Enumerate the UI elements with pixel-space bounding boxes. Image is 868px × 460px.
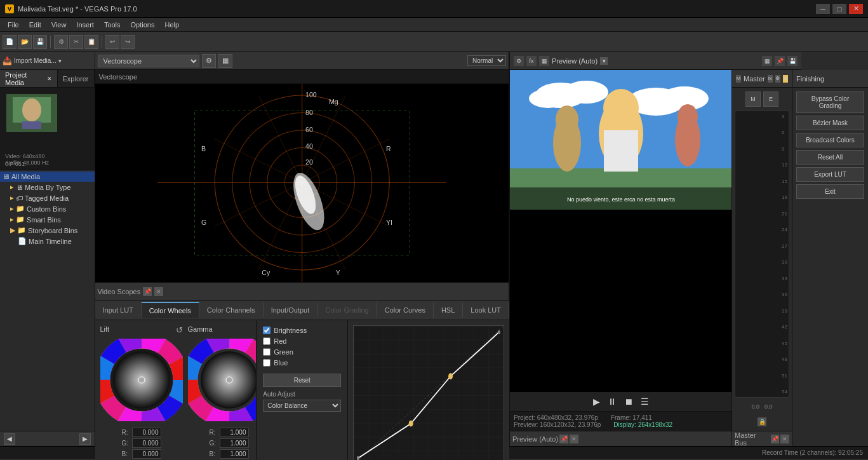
green-checkbox[interactable] [263, 348, 270, 356]
brightness-checkbox[interactable] [263, 327, 270, 334]
scope-mode-dropdown[interactable]: Normal Log [467, 55, 506, 66]
master-eq-button[interactable]: M [745, 91, 761, 107]
tab-hsl[interactable]: HSL [434, 302, 463, 318]
scopes-close-button[interactable]: ✕ [154, 287, 163, 296]
preview-snap-button[interactable]: 📌 [775, 56, 785, 66]
menu-edit[interactable]: Edit [24, 20, 46, 30]
curves-canvas[interactable] [353, 325, 504, 460]
maximize-button[interactable]: □ [832, 4, 846, 14]
red-checkbox[interactable] [263, 337, 270, 345]
tab-look-lut[interactable]: Look LUT [463, 302, 509, 318]
paste-button[interactable]: 📋 [84, 35, 98, 49]
bypass-color-grading-button[interactable]: Bypass Color Grading [796, 91, 864, 113]
fx-icon[interactable]: fx [768, 75, 773, 83]
master-bus-close[interactable]: ✕ [780, 435, 789, 443]
settings-button[interactable]: ⚙ [54, 35, 68, 49]
tab-input-output[interactable]: Input/Output [264, 302, 318, 318]
lift-wheel[interactable] [100, 339, 183, 421]
tree-tagged-media[interactable]: ▸ 🏷 Tagged Media [0, 193, 95, 203]
tree-main-timeline[interactable]: 📄 Main Timeline [0, 236, 95, 247]
menu-view[interactable]: View [46, 20, 72, 30]
tab-explorer[interactable]: Explorer [58, 70, 95, 87]
export-lut-button[interactable]: Export LUT [796, 167, 864, 182]
master-bus-pin[interactable]: 📌 [771, 435, 780, 443]
tab-project-media[interactable]: Project Media ✕ [0, 70, 58, 87]
menu-file[interactable]: File [3, 20, 24, 30]
tree-all-media[interactable]: 🖥 All Media [0, 172, 95, 182]
preview-grid-button[interactable]: ▦ [762, 56, 772, 66]
save-button[interactable]: 💾 [33, 35, 47, 49]
svg-text:60: 60 [305, 126, 313, 133]
pause-button[interactable]: ⏸ [608, 396, 617, 407]
minimize-button[interactable]: ─ [816, 4, 830, 14]
lift-reset-icon[interactable]: ↺ [176, 325, 183, 335]
menu-help[interactable]: Help [159, 20, 184, 30]
scopes-pin-button[interactable]: 📌 [143, 287, 152, 296]
close-button[interactable]: ✕ [849, 4, 863, 14]
master-lock-button[interactable]: 🔒 [758, 417, 766, 426]
blue-checkbox[interactable] [263, 359, 270, 367]
preview-settings-button[interactable]: ⚙ [514, 56, 524, 66]
tree-smart-bins[interactable]: ▸ 📁 Smart Bins [0, 214, 95, 225]
tree-prev-button[interactable]: ◀ [4, 433, 15, 445]
tree-media-by-type[interactable]: ▸ 🖥 Media By Type [0, 182, 95, 193]
reset-all-button[interactable]: Reset All [796, 150, 864, 165]
lift-b-input[interactable] [132, 449, 161, 459]
master-icon[interactable]: M [736, 75, 741, 83]
open-button[interactable]: 📂 [18, 35, 32, 49]
vectorscope-label: Vectorscope [99, 73, 138, 81]
gamma-wheel[interactable] [188, 339, 257, 421]
video-preview-pin[interactable]: 📌 [559, 435, 568, 443]
custom-bins-icon: ▸ [10, 205, 14, 213]
play-button[interactable]: ▶ [593, 396, 600, 407]
bezier-mask-button[interactable]: Bézier Mask [796, 116, 864, 130]
master-bus-panel: M Master fx ⚙ $ M E [731, 70, 792, 446]
video-preview-close[interactable]: ✕ [570, 435, 578, 443]
exit-button[interactable]: Exit [796, 184, 864, 199]
menu-insert[interactable]: Insert [71, 20, 99, 30]
master-bus-tab-label: Master Bus [735, 431, 770, 447]
preview-fx-button[interactable]: fx [526, 56, 537, 66]
menu-button[interactable]: ☰ [641, 396, 649, 407]
tab-color-curves[interactable]: Color Curves [377, 302, 434, 318]
svg-point-93 [564, 81, 608, 104]
auto-adjust-select[interactable]: Color Balance Levels [263, 400, 341, 412]
new-project-button[interactable]: 📄 [3, 35, 17, 49]
tab-color-grading[interactable]: Color Grading [317, 302, 377, 318]
project-media-close[interactable]: ✕ [47, 76, 52, 82]
stop-button[interactable]: ⏹ [624, 396, 633, 407]
menu-options[interactable]: Options [126, 20, 160, 30]
tab-color-channels[interactable]: Color Channels [199, 302, 264, 318]
master-comp-button[interactable]: E [763, 91, 778, 107]
preview-dropdown-button[interactable]: ▾ [600, 57, 608, 65]
preview-save-button[interactable]: 💾 [787, 56, 798, 66]
broadcast-colors-button[interactable]: Broadcast Colors [796, 133, 864, 147]
scopes-bars-button[interactable]: ▦ [218, 54, 232, 68]
gold-icon[interactable]: $ [783, 75, 788, 83]
cut-button[interactable]: ✂ [69, 35, 83, 49]
undo-button[interactable]: ↩ [105, 35, 119, 49]
gamma-r-input[interactable] [220, 428, 249, 437]
gamma-b-input[interactable] [220, 449, 249, 459]
menu-tools[interactable]: Tools [99, 20, 126, 30]
scopes-settings-button[interactable]: ⚙ [202, 54, 216, 68]
master-fader[interactable]: 3 6 9 12 15 18 21 24 27 30 33 36 [735, 111, 789, 398]
tree-custom-bins[interactable]: ▸ 📁 Custom Bins [0, 203, 95, 214]
master-bus-header: M Master fx ⚙ $ [732, 70, 792, 88]
tree-next-button[interactable]: ▶ [79, 433, 91, 445]
gamma-g-input[interactable] [220, 438, 249, 448]
tree-storyboard-bins[interactable]: ▶ 📁 Storyboard Bins [0, 225, 95, 236]
tree-nav: ◀ ▶ [0, 431, 95, 446]
import-media-button[interactable]: 📥 Import Media... ▾ [3, 57, 62, 65]
settings-icon[interactable]: ⚙ [775, 75, 780, 83]
tab-input-lut[interactable]: Input LUT [95, 302, 142, 318]
redo-button[interactable]: ↪ [121, 35, 135, 49]
preview-mode-button[interactable]: ▦ [539, 56, 549, 66]
scopes-dropdown[interactable]: Vectorscope Waveform Histogram Parade [98, 55, 199, 67]
window-controls[interactable]: ─ □ ✕ [816, 4, 863, 14]
reset-button[interactable]: Reset [263, 374, 341, 387]
tab-color-wheels[interactable]: Color Wheels [142, 302, 199, 318]
lift-r-input[interactable] [132, 428, 161, 437]
gamma-b-row: B: [210, 449, 249, 459]
lift-g-input[interactable] [132, 438, 161, 448]
